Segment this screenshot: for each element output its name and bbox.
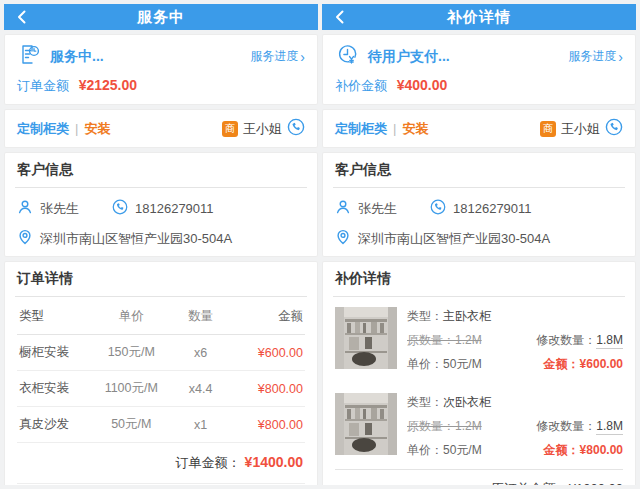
separator: | bbox=[393, 121, 396, 136]
back-icon[interactable] bbox=[16, 4, 27, 30]
item-original-qty: 原数量：1.2M bbox=[407, 418, 482, 435]
col-type: 类型 bbox=[19, 308, 92, 325]
customer-phone[interactable]: 18126279011 bbox=[453, 201, 532, 216]
customer-info-card: 客户信息 张先生 18126279011 深圳市南山区智恒产业园30-504A bbox=[4, 152, 318, 257]
phone-icon bbox=[430, 199, 446, 218]
call-agent-icon[interactable] bbox=[605, 118, 623, 139]
item-modified-qty: 修改数量：1.8M bbox=[536, 332, 623, 349]
customer-info-card: 客户信息 张先生 18126279011 深圳市南山区智恒产业园30-504A bbox=[322, 152, 636, 257]
supplement-amount-line: 补价金额 ¥400.00 bbox=[335, 77, 623, 95]
customer-phone[interactable]: 18126279011 bbox=[135, 201, 214, 216]
order-amount-line: 订单金额 ¥2125.00 bbox=[17, 77, 305, 95]
service-progress-link[interactable]: 服务进度 › bbox=[250, 48, 305, 65]
order-detail-card: 订单详情 类型 单价 数量 金额 橱柜安装 150元/M x6 ¥600.00 … bbox=[4, 261, 318, 485]
page-title: 服务中 bbox=[137, 8, 185, 27]
order-amount-value: ¥2125.00 bbox=[79, 77, 137, 93]
agent-name: 王小姐 bbox=[561, 120, 600, 138]
pending-payment-clock-icon bbox=[335, 42, 360, 71]
status-card: 待用户支付... 服务进度 › 补价金额 ¥400.00 bbox=[322, 34, 636, 105]
supplement-totals: 原订单金额：¥1000.00 补价后金额：¥1400.00 bbox=[335, 469, 623, 485]
item-type: 类型：主卧衣柜 bbox=[407, 308, 491, 325]
merchant-badge-icon: 商 bbox=[222, 121, 238, 137]
table-row: 真皮沙发 50元/M x1 ¥800.00 bbox=[17, 407, 305, 443]
order-detail-title: 订单详情 bbox=[17, 270, 305, 296]
supplement-item: 类型：主卧衣柜 原数量：1.2M 修改数量：1.8M 单价：50元/M 金额：¥… bbox=[335, 297, 623, 383]
person-icon bbox=[335, 199, 351, 218]
table-row: 橱柜安装 150元/M x6 ¥600.00 bbox=[17, 335, 305, 371]
customer-address: 深圳市南山区智恒产业园30-504A bbox=[40, 230, 232, 248]
screen-service-in-progress: 服务中 服务中... 服务进度 › 订单金额 ¥2125.00 bbox=[4, 4, 318, 485]
original-total-line: 原订单金额：¥1000.00 bbox=[335, 480, 623, 485]
category-label: 定制柜类 bbox=[17, 120, 69, 138]
person-icon bbox=[17, 199, 33, 218]
category-agent-row: 定制柜类 | 安装 商 王小姐 bbox=[4, 109, 318, 148]
chevron-right-icon: › bbox=[300, 50, 305, 64]
divider bbox=[15, 296, 307, 297]
customer-address: 深圳市南山区智恒产业园30-504A bbox=[358, 230, 550, 248]
appbar-right: 补价详情 bbox=[322, 4, 636, 30]
customer-info-title: 客户信息 bbox=[17, 161, 305, 187]
category-agent-row: 定制柜类 | 安装 商 王小姐 bbox=[322, 109, 636, 148]
status-title: 待用户支付... bbox=[368, 48, 450, 66]
order-document-clock-icon bbox=[17, 42, 42, 71]
order-total-label: 订单金额： bbox=[176, 455, 241, 470]
call-agent-icon[interactable] bbox=[287, 118, 305, 139]
item-amount: 金额：¥600.00 bbox=[544, 356, 623, 373]
supplement-detail-card: 补价详情 类型：主卧衣柜 bbox=[322, 261, 636, 485]
chevron-right-icon: › bbox=[618, 50, 623, 64]
order-total-line: 订单金额：¥1400.00 bbox=[17, 443, 305, 484]
order-table-header: 类型 单价 数量 金额 bbox=[17, 299, 305, 335]
item-amount: 金额：¥800.00 bbox=[544, 442, 623, 459]
merchant-badge-icon: 商 bbox=[540, 121, 556, 137]
divider bbox=[333, 187, 625, 188]
status-card: 服务中... 服务进度 › 订单金额 ¥2125.00 bbox=[4, 34, 318, 105]
order-total-value: ¥1400.00 bbox=[245, 454, 303, 470]
separator: | bbox=[75, 121, 78, 136]
item-unit-price: 单价：50元/M bbox=[407, 442, 482, 459]
customer-name: 张先生 bbox=[40, 200, 79, 218]
item-unit-price: 单价：50元/M bbox=[407, 356, 482, 373]
status-title: 服务中... bbox=[50, 48, 104, 66]
service-type-label: 安装 bbox=[402, 120, 428, 138]
phone-icon bbox=[112, 199, 128, 218]
appbar-left: 服务中 bbox=[4, 4, 318, 30]
divider bbox=[15, 187, 307, 188]
item-type: 类型：次卧衣柜 bbox=[407, 394, 491, 411]
location-pin-icon bbox=[17, 229, 33, 248]
back-icon[interactable] bbox=[334, 4, 345, 30]
service-type-label: 安装 bbox=[84, 120, 110, 138]
page-title: 补价详情 bbox=[447, 8, 511, 27]
table-row: 衣柜安装 1100元/M x4.4 ¥800.00 bbox=[17, 371, 305, 407]
supplement-detail-title: 补价详情 bbox=[335, 270, 623, 296]
item-modified-qty: 修改数量：1.8M bbox=[536, 418, 623, 435]
order-amount-label: 订单金额 bbox=[17, 78, 69, 93]
supplement-amount-label: 补价金额 bbox=[335, 78, 387, 93]
col-price: 单价 bbox=[92, 308, 171, 325]
supplement-item: 类型：次卧衣柜 原数量：1.2M 修改数量：1.8M 单价：50元/M 金额：¥… bbox=[335, 383, 623, 469]
col-qty: 数量 bbox=[171, 308, 230, 325]
wardrobe-photo bbox=[335, 393, 397, 455]
customer-info-title: 客户信息 bbox=[335, 161, 623, 187]
agent-name: 王小姐 bbox=[243, 120, 282, 138]
order-table: 类型 单价 数量 金额 橱柜安装 150元/M x6 ¥600.00 衣柜安装 … bbox=[17, 299, 305, 443]
wardrobe-photo bbox=[335, 307, 397, 369]
service-progress-link[interactable]: 服务进度 › bbox=[568, 48, 623, 65]
two-screen-composite: 服务中 服务中... 服务进度 › 订单金额 ¥2125.00 bbox=[0, 0, 640, 489]
location-pin-icon bbox=[335, 229, 351, 248]
customer-name: 张先生 bbox=[358, 200, 397, 218]
screen-supplement-detail: 补价详情 待用户支付... 服务进度 › 补价金额 ¥400.00 bbox=[322, 4, 636, 485]
item-original-qty: 原数量：1.2M bbox=[407, 332, 482, 349]
supplement-amount-value: ¥400.00 bbox=[397, 77, 448, 93]
category-label: 定制柜类 bbox=[335, 120, 387, 138]
col-amount: 金额 bbox=[230, 308, 303, 325]
